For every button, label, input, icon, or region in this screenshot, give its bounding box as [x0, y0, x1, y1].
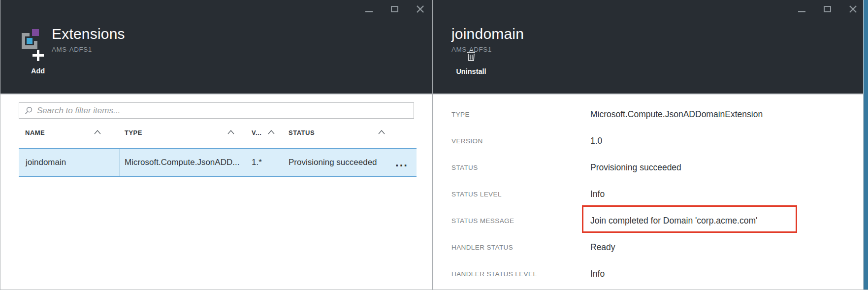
property-label: HANDLER STATUS LEVEL — [451, 270, 590, 278]
row-context-menu-button[interactable]: ... — [388, 149, 416, 176]
plus-icon — [32, 50, 44, 61]
extensions-blade: Extensions AMS-ADFS1 Add NAME TYPE — [0, 0, 432, 290]
extensions-window-controls — [362, 2, 427, 16]
page-title: Extensions — [52, 26, 125, 42]
maximize-icon — [824, 6, 831, 12]
property-value: 1.0 — [590, 136, 602, 146]
property-label: HANDLER STATUS — [451, 244, 590, 251]
page-subtitle: AMS-ADFS1 — [52, 46, 125, 53]
close-icon — [848, 4, 858, 14]
minimize-button[interactable] — [362, 2, 376, 16]
search-icon — [24, 106, 33, 115]
minimize-icon — [365, 11, 373, 12]
extensions-blade-header: Extensions AMS-ADFS1 Add — [0, 0, 432, 95]
property-value: Microsoft.Compute.JsonADDomainExtension — [590, 109, 763, 120]
add-button[interactable]: Add — [22, 50, 54, 75]
close-button[interactable] — [413, 2, 427, 16]
trash-icon — [466, 50, 477, 62]
property-value: Info — [590, 269, 605, 279]
property-row-status-message: STATUS MESSAGE Join completed for Domain… — [433, 207, 863, 234]
column-header-status[interactable]: STATUS — [289, 129, 315, 136]
cell-name: joindomain — [26, 149, 66, 176]
joindomain-blade: joindomain AMS-ADFS1 Uninstall TYPE Micr… — [433, 0, 863, 290]
minimize-icon — [798, 11, 805, 12]
cell-status: Provisioning succeeded — [289, 149, 377, 176]
property-label: STATUS — [451, 164, 590, 171]
property-row-handler-status: HANDLER STATUS Ready — [433, 234, 863, 260]
column-header-name[interactable]: NAME — [25, 129, 45, 136]
joindomain-blade-header: joindomain AMS-ADFS1 Uninstall — [433, 0, 863, 95]
joindomain-window-controls — [795, 2, 860, 16]
joindomain-title-block: joindomain AMS-ADFS1 — [451, 26, 524, 53]
property-value: Info — [590, 189, 605, 199]
extensions-icon — [19, 27, 42, 51]
close-icon — [416, 4, 425, 14]
close-button[interactable] — [846, 2, 860, 16]
blade-scrollbar[interactable] — [863, 0, 868, 290]
property-row-status-level: STATUS LEVEL Info — [433, 181, 863, 207]
column-header-version[interactable]: V... — [252, 129, 261, 136]
uninstall-button-label: Uninstall — [451, 67, 491, 75]
azure-portal-blades: Extensions AMS-ADFS1 Add NAME TYPE — [0, 0, 868, 290]
page-title: joindomain — [451, 26, 524, 42]
property-label: STATUS MESSAGE — [451, 217, 590, 225]
property-label: VERSION — [451, 137, 590, 145]
property-value: Provisioning succeeded — [590, 162, 681, 173]
add-button-label: Add — [22, 67, 54, 75]
table-header-row: NAME TYPE V... STATUS — [0, 125, 432, 143]
search-input[interactable] — [37, 106, 410, 116]
property-row-handler-status-level: HANDLER STATUS LEVEL Info — [433, 260, 863, 287]
property-label: STATUS LEVEL — [451, 191, 590, 198]
property-row-type: TYPE Microsoft.Compute.JsonADDomainExten… — [433, 101, 863, 128]
column-header-type[interactable]: TYPE — [125, 129, 142, 136]
property-value: Ready — [590, 242, 615, 253]
search-filter-box — [19, 102, 414, 119]
sort-caret-icon — [378, 130, 385, 134]
maximize-button[interactable] — [387, 2, 401, 16]
uninstall-button[interactable]: Uninstall — [451, 50, 491, 75]
table-row-joindomain[interactable]: joindomain Microsoft.Compute.JsonADD... … — [19, 148, 417, 177]
sort-caret-icon — [268, 130, 275, 134]
maximize-button[interactable] — [820, 2, 834, 16]
extension-properties: TYPE Microsoft.Compute.JsonADDomainExten… — [433, 101, 863, 287]
maximize-icon — [391, 6, 398, 12]
sort-caret-icon — [94, 130, 101, 134]
sort-caret-icon — [227, 130, 234, 134]
property-value: Join completed for Domain 'corp.acme.com… — [590, 216, 757, 226]
cell-type: Microsoft.Compute.JsonADD... — [125, 149, 239, 176]
cell-version: 1.* — [252, 149, 262, 176]
property-row-version: VERSION 1.0 — [433, 128, 863, 154]
minimize-button[interactable] — [795, 2, 808, 16]
property-row-status: STATUS Provisioning succeeded — [433, 154, 863, 181]
extensions-title-block: Extensions AMS-ADFS1 — [52, 26, 125, 53]
cell-divider — [119, 149, 120, 176]
property-label: TYPE — [451, 111, 590, 118]
